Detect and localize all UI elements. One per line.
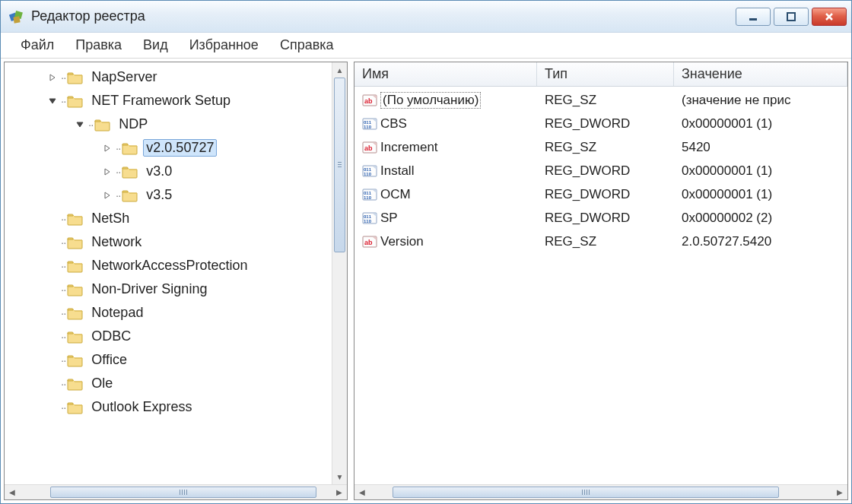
- column-header-name[interactable]: Имя: [354, 62, 537, 86]
- tree-item[interactable]: ·· v2.0.50727: [5, 136, 347, 160]
- folder-icon: [122, 189, 138, 202]
- value-row[interactable]: 011 110 SPREG_DWORD0x00000002 (2): [354, 206, 847, 230]
- svg-text:110: 110: [364, 125, 372, 129]
- tree-leaf-icon: [47, 331, 58, 342]
- scroll-track[interactable]: [332, 78, 347, 469]
- tree-item[interactable]: ·· NetSh: [5, 207, 347, 230]
- expand-icon[interactable]: [47, 72, 58, 83]
- tree-item-label: ODBC: [91, 328, 131, 344]
- tree-vertical-scrollbar[interactable]: ▲ ▼: [332, 62, 347, 484]
- scroll-left-icon[interactable]: ◀: [354, 485, 370, 499]
- collapse-icon[interactable]: [75, 119, 85, 130]
- tree-guide-dots: ··: [61, 283, 65, 296]
- list-horizontal-scrollbar[interactable]: ◀ ▶: [354, 484, 847, 499]
- menu-file[interactable]: Файл: [10, 34, 65, 56]
- close-button[interactable]: [812, 8, 847, 26]
- value-data: 0x00000002 (2): [674, 211, 847, 226]
- tree-item[interactable]: ·· NetworkAccessProtection: [5, 254, 347, 277]
- expand-icon[interactable]: [102, 143, 113, 154]
- tree-guide-dots: ··: [116, 189, 120, 201]
- tree-item[interactable]: ·· Non-Driver Signing: [5, 277, 347, 301]
- value-row[interactable]: ab (По умолчанию)REG_SZ(значение не прис: [354, 88, 847, 112]
- folder-icon: [67, 401, 84, 414]
- menu-edit[interactable]: Правка: [65, 34, 132, 56]
- scroll-thumb[interactable]: [393, 487, 779, 498]
- value-row[interactable]: 011 110 InstallREG_DWORD0x00000001 (1): [354, 159, 847, 182]
- tree-guide-dots: ··: [61, 401, 65, 414]
- expand-icon[interactable]: [102, 190, 113, 201]
- tree-item[interactable]: ·· Notepad: [5, 301, 347, 325]
- tree-item[interactable]: ·· ODBC: [5, 325, 347, 348]
- value-name: Version: [380, 234, 424, 249]
- value-row[interactable]: ab IncrementREG_SZ5420: [354, 135, 847, 159]
- registry-tree[interactable]: ·· NapServer·· NET Framework Setup·· NDP…: [5, 62, 347, 422]
- minimize-button[interactable]: [736, 8, 771, 26]
- scroll-up-icon[interactable]: ▲: [332, 62, 347, 78]
- tree-item[interactable]: ·· v3.5: [5, 183, 347, 207]
- collapse-icon[interactable]: [47, 96, 58, 106]
- svg-text:ab: ab: [364, 97, 373, 105]
- column-header-type[interactable]: Тип: [537, 62, 674, 86]
- tree-pane: ·· NapServer·· NET Framework Setup·· NDP…: [4, 62, 348, 500]
- value-name: (По умолчанию): [380, 92, 481, 109]
- tree-leaf-icon: [47, 261, 58, 271]
- tree-leaf-icon: [47, 284, 58, 295]
- tree-leaf-icon: [47, 379, 58, 389]
- svg-rect-2: [13, 16, 20, 23]
- tree-item-label: v2.0.50727: [146, 140, 214, 155]
- binary-value-icon: 011 110: [362, 117, 377, 131]
- tree-item[interactable]: ·· Ole: [5, 372, 347, 395]
- tree-item[interactable]: ·· NET Framework Setup: [5, 89, 347, 113]
- svg-text:110: 110: [364, 219, 372, 223]
- value-row[interactable]: 011 110 CBSREG_DWORD0x00000001 (1): [354, 112, 847, 135]
- tree-leaf-icon: [47, 237, 58, 248]
- tree-item-label: NET Framework Setup: [91, 93, 230, 108]
- binary-value-icon: 011 110: [362, 211, 377, 225]
- value-data: 2.0.50727.5420: [674, 234, 847, 249]
- main-split: ·· NapServer·· NET Framework Setup·· NDP…: [1, 59, 851, 503]
- tree-item[interactable]: ·· NapServer: [5, 65, 347, 89]
- svg-text:ab: ab: [364, 239, 373, 246]
- tree-item[interactable]: ·· Outlook Express: [5, 395, 347, 419]
- column-header-value[interactable]: Значение: [674, 62, 847, 86]
- maximize-button[interactable]: [774, 8, 809, 26]
- list-header: Имя Тип Значение: [354, 62, 847, 87]
- tree-item-label: Outlook Express: [91, 399, 192, 414]
- tree-guide-dots: ··: [61, 212, 65, 225]
- folder-icon: [67, 259, 84, 273]
- scroll-thumb[interactable]: [50, 487, 316, 498]
- tree-item-label: NetSh: [91, 211, 129, 226]
- scroll-down-icon[interactable]: ▼: [332, 469, 347, 484]
- tree-item[interactable]: ·· NDP: [5, 113, 347, 136]
- value-type: REG_DWORD: [537, 211, 674, 226]
- menu-help[interactable]: Справка: [269, 34, 345, 56]
- tree-guide-dots: ··: [61, 353, 65, 366]
- menu-favorites[interactable]: Избранное: [179, 34, 269, 56]
- expand-icon[interactable]: [102, 166, 113, 177]
- tree-horizontal-scrollbar[interactable]: ◀ ▶: [5, 484, 347, 499]
- tree-item-label: Office: [91, 352, 127, 367]
- tree-item-label: v3.5: [146, 187, 172, 202]
- tree-item[interactable]: ·· Network: [5, 230, 347, 254]
- tree-leaf-icon: [47, 402, 58, 413]
- scroll-right-icon[interactable]: ▶: [832, 485, 847, 499]
- scroll-track[interactable]: [20, 485, 332, 499]
- list-scroll: ab (По умолчанию)REG_SZ(значение не прис…: [354, 87, 847, 484]
- window-controls: [736, 8, 847, 26]
- tree-item[interactable]: ·· Office: [5, 348, 347, 372]
- tree-item[interactable]: ·· v3.0: [5, 160, 347, 183]
- scroll-thumb[interactable]: [334, 78, 345, 252]
- app-icon: [8, 8, 25, 25]
- values-list[interactable]: ab (По умолчанию)REG_SZ(значение не прис…: [354, 87, 847, 253]
- scroll-track[interactable]: [370, 485, 832, 499]
- tree-guide-dots: ··: [116, 141, 120, 154]
- scroll-left-icon[interactable]: ◀: [5, 485, 20, 499]
- svg-text:110: 110: [364, 195, 372, 200]
- value-row[interactable]: ab VersionREG_SZ2.0.50727.5420: [354, 230, 847, 253]
- value-row[interactable]: 011 110 OCMREG_DWORD0x00000001 (1): [354, 182, 847, 206]
- menubar: Файл Правка Вид Избранное Справка: [1, 33, 851, 59]
- scroll-right-icon[interactable]: ▶: [332, 485, 347, 499]
- menu-view[interactable]: Вид: [132, 34, 179, 56]
- tree-guide-dots: ··: [116, 165, 120, 178]
- svg-rect-3: [749, 18, 757, 21]
